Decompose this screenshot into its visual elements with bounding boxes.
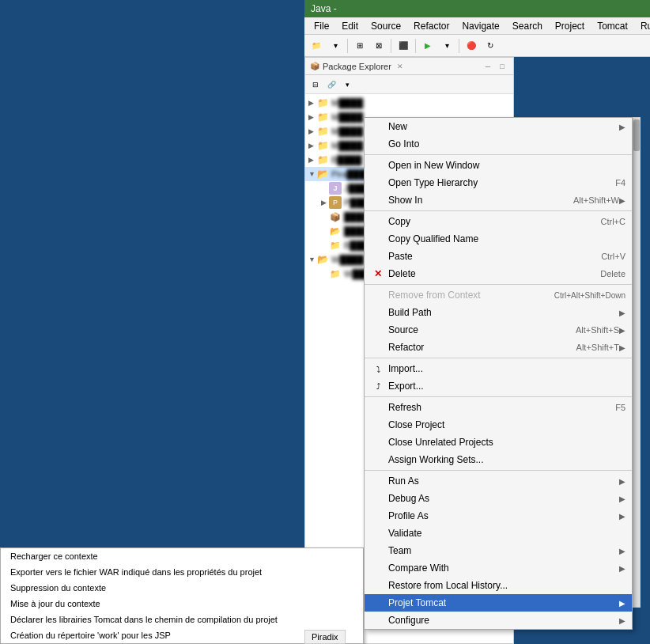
ctx-cw-label: Compare With xyxy=(388,563,619,574)
ctx-refresh-shortcut: F5 xyxy=(615,403,625,412)
minimize-btn[interactable]: ─ xyxy=(482,60,494,73)
toolbar-btn-4[interactable]: ⊠ xyxy=(370,37,387,55)
ctx-copy-qualified[interactable]: Copy Qualified Name xyxy=(365,230,632,248)
submenu-declarer[interactable]: Déclarer les librairies Tomcat dans le c… xyxy=(1,612,363,627)
ctx-projet-tomcat[interactable]: Projet Tomcat ▶ xyxy=(365,594,632,612)
menu-refactor[interactable]: Refactor xyxy=(407,19,455,33)
toolbar-sep-4 xyxy=(459,39,459,53)
ctx-debug-as[interactable]: Debug As ▶ xyxy=(365,490,632,507)
ctx-validate[interactable]: Validate xyxy=(365,525,632,542)
menu-edit[interactable]: Edit xyxy=(335,19,365,33)
toolbar-btn-6[interactable]: ▶ xyxy=(419,37,436,55)
ctx-restore-history[interactable]: Restore from Local History... xyxy=(365,577,632,594)
ctx-compare-with[interactable]: Compare With ▶ xyxy=(365,559,632,577)
ctx-configure[interactable]: Configure ▶ xyxy=(365,612,632,629)
ctx-refactor-label: Refactor xyxy=(388,342,561,353)
toolbar-btn-2[interactable]: ▾ xyxy=(327,37,344,55)
java-icon: J xyxy=(329,182,342,195)
tree-arrow: ▼ xyxy=(308,170,316,178)
submenu-mise-a-jour[interactable]: Mise à jour du contexte xyxy=(1,596,363,612)
ctx-new[interactable]: New ▶ xyxy=(365,118,632,135)
toolbar-btn-5[interactable]: ⬛ xyxy=(395,37,412,55)
ctx-copy[interactable]: Copy Ctrl+C xyxy=(365,213,632,230)
ctx-paste[interactable]: Paste Ctrl+V xyxy=(365,248,632,265)
toolbar-sep-3 xyxy=(415,39,416,53)
menu-run[interactable]: Run xyxy=(634,19,650,33)
ctx-import[interactable]: ⤵ Import... xyxy=(365,360,632,377)
ctx-go-into[interactable]: Go Into xyxy=(365,135,632,153)
menu-tomcat[interactable]: Tomcat xyxy=(591,19,634,33)
ctx-refactor[interactable]: Refactor Alt+Shift+T ▶ xyxy=(365,339,632,356)
title-bar: Java - xyxy=(304,0,650,17)
ctx-import-icon: ⤵ xyxy=(371,365,385,373)
ctx-source-arrow: ▶ xyxy=(619,326,625,335)
icon: 📦 xyxy=(329,210,342,223)
menu-navigate[interactable]: Navigate xyxy=(455,19,505,33)
ctx-open-new-window-label: Open in New Window xyxy=(388,160,625,171)
tree-item[interactable]: ▶ 📁 M████ xyxy=(305,96,513,110)
icon: 📁 xyxy=(329,239,342,252)
submenu-suppression[interactable]: Suppression du contexte xyxy=(1,580,363,596)
ctx-open-type-hierarchy[interactable]: Open Type Hierarchy F4 xyxy=(365,174,632,191)
ctx-refactor-arrow: ▶ xyxy=(619,343,625,352)
ctx-source[interactable]: Source Alt+Shift+S ▶ xyxy=(365,321,632,339)
panel-folder-icon: 📦 xyxy=(310,62,319,70)
ctx-build-path[interactable]: Build Path ▶ xyxy=(365,304,632,321)
ctx-pa-label: Profile As xyxy=(388,510,619,521)
toolbar-btn-9[interactable]: ↻ xyxy=(482,37,499,55)
menu-source[interactable]: Source xyxy=(365,19,407,33)
ctx-cp-label: Close Project xyxy=(388,419,625,430)
ctx-show-in-arrow: ▶ xyxy=(619,196,625,205)
ctx-bp-label: Build Path xyxy=(388,307,619,318)
ctx-sep-1 xyxy=(365,154,632,155)
ctx-show-in-label: Show In xyxy=(388,195,557,206)
panel-title: Package Explorer xyxy=(323,62,391,71)
ctx-paste-shortcut: Ctrl+V xyxy=(601,252,625,261)
panel-toolbar: ⊟ 🔗 ▾ xyxy=(305,75,513,94)
ctx-open-new-window[interactable]: Open in New Window xyxy=(365,157,632,174)
ctx-copy-shortcut: Ctrl+C xyxy=(601,217,625,226)
ctx-rc-shortcut: Ctrl+Alt+Shift+Down xyxy=(554,291,625,300)
ctx-bp-arrow: ▶ xyxy=(619,309,625,317)
tree-arrow: ▶ xyxy=(308,142,316,150)
ctx-sep-3 xyxy=(365,284,632,285)
ctx-export[interactable]: ⤴ Export... xyxy=(365,377,632,395)
panel-menu-btn[interactable]: ▾ xyxy=(340,78,354,92)
ctx-run-as[interactable]: Run As ▶ xyxy=(365,472,632,490)
submenu-recharger[interactable]: Recharger ce contexte xyxy=(1,548,363,564)
ctx-assign-working[interactable]: Assign Working Sets... xyxy=(365,451,632,468)
menu-file[interactable]: File xyxy=(308,19,335,33)
ctx-sep-5 xyxy=(365,396,632,397)
ctx-close-project[interactable]: Close Project xyxy=(365,416,632,434)
ctx-sep-2 xyxy=(365,210,632,211)
ctx-aw-label: Assign Working Sets... xyxy=(388,454,625,465)
menu-search[interactable]: Search xyxy=(506,19,549,33)
title-text: Java - xyxy=(311,3,337,14)
ctx-cfg-label: Configure xyxy=(388,615,619,626)
folder-icon: 📂 xyxy=(316,253,329,266)
maximize-btn[interactable]: □ xyxy=(496,60,508,73)
ctx-team[interactable]: Team ▶ xyxy=(365,542,632,559)
menu-project[interactable]: Project xyxy=(549,19,591,33)
ctx-show-in[interactable]: Show In Alt+Shift+W ▶ xyxy=(365,191,632,209)
panel-controls: ─ □ xyxy=(482,60,508,73)
link-editor-btn[interactable]: 🔗 xyxy=(324,78,338,92)
tree-arrow: ▶ xyxy=(308,99,316,107)
ctx-close-unrelated[interactable]: Close Unrelated Projects xyxy=(365,434,632,451)
toolbar-btn-8[interactable]: 🔴 xyxy=(463,37,480,55)
ctx-cu-label: Close Unrelated Projects xyxy=(388,437,625,448)
ctx-profile-as[interactable]: Profile As ▶ xyxy=(365,507,632,525)
submenu-exporter[interactable]: Exporter vers le fichier WAR indiqué dan… xyxy=(1,564,363,580)
context-menu-scrollbar[interactable] xyxy=(633,117,641,608)
toolbar-btn-1[interactable]: 📁 xyxy=(308,37,325,55)
toolbar-btn-3[interactable]: ⊞ xyxy=(351,37,368,55)
context-menu: New ▶ Go Into Open in New Window Open Ty… xyxy=(364,117,633,630)
ctx-oth-shortcut: F4 xyxy=(615,178,625,188)
collapse-all-btn[interactable]: ⊟ xyxy=(308,78,323,92)
ctx-delete[interactable]: ✕ Delete Delete xyxy=(365,265,632,282)
ctx-new-label: New xyxy=(388,121,619,132)
ctx-da-arrow: ▶ xyxy=(619,494,625,503)
toolbar-btn-7[interactable]: ▾ xyxy=(438,37,455,55)
ctx-refresh[interactable]: Refresh F5 xyxy=(365,399,632,416)
scrollbar-thumb[interactable] xyxy=(633,119,640,151)
